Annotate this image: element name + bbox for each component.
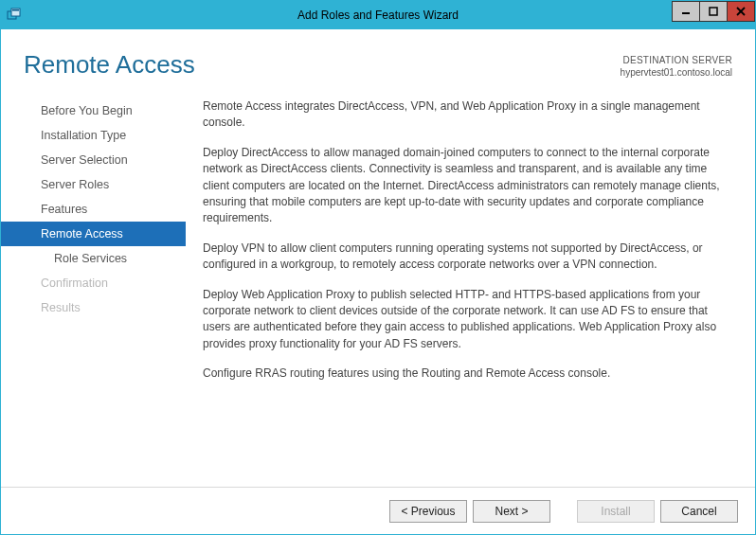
window-title: Add Roles and Features Wizard xyxy=(1,9,755,22)
next-button[interactable]: Next > xyxy=(473,500,550,523)
destination-server-label: DESTINATION SERVER xyxy=(621,54,732,66)
maximize-button[interactable] xyxy=(699,1,728,22)
close-button[interactable] xyxy=(727,1,755,22)
step-results: Results xyxy=(1,295,186,320)
description-p5: Configure RRAS routing features using th… xyxy=(203,366,732,382)
wizard-footer: < Previous Next > Install Cancel xyxy=(1,487,755,534)
titlebar: Add Roles and Features Wizard xyxy=(1,1,755,29)
destination-server-block: DESTINATION SERVER hypervtest01.contoso.… xyxy=(621,50,732,79)
step-role-services[interactable]: Role Services xyxy=(1,246,186,271)
description-p1: Remote Access integrates DirectAccess, V… xyxy=(203,98,732,132)
wizard-steps-sidebar: Before You Begin Installation Type Serve… xyxy=(1,89,186,487)
main-area: Before You Begin Installation Type Serve… xyxy=(1,89,755,487)
wizard-content: Remote Access DESTINATION SERVER hypervt… xyxy=(1,29,755,534)
page-title: Remote Access xyxy=(24,50,195,80)
step-server-roles[interactable]: Server Roles xyxy=(1,172,186,197)
svg-rect-4 xyxy=(710,8,717,15)
description-panel: Remote Access integrates DirectAccess, V… xyxy=(186,89,755,487)
destination-server-value: hypervtest01.contoso.local xyxy=(621,66,732,79)
step-before-you-begin[interactable]: Before You Begin xyxy=(1,98,186,123)
description-p3: Deploy VPN to allow client computers run… xyxy=(203,241,732,274)
previous-button[interactable]: < Previous xyxy=(389,500,467,523)
step-features[interactable]: Features xyxy=(1,197,186,222)
step-remote-access[interactable]: Remote Access xyxy=(1,222,186,246)
minimize-button[interactable] xyxy=(672,1,700,22)
step-server-selection[interactable]: Server Selection xyxy=(1,148,186,172)
window-controls xyxy=(673,1,755,22)
description-p2: Deploy DirectAccess to allow managed dom… xyxy=(203,145,732,227)
app-icon xyxy=(7,8,22,23)
svg-rect-2 xyxy=(12,9,19,11)
header: Remote Access DESTINATION SERVER hypervt… xyxy=(1,29,755,89)
step-confirmation: Confirmation xyxy=(1,271,186,295)
description-p4: Deploy Web Application Proxy to publish … xyxy=(203,287,732,353)
cancel-button[interactable]: Cancel xyxy=(660,500,738,523)
step-installation-type[interactable]: Installation Type xyxy=(1,123,186,148)
install-button: Install xyxy=(577,500,655,523)
